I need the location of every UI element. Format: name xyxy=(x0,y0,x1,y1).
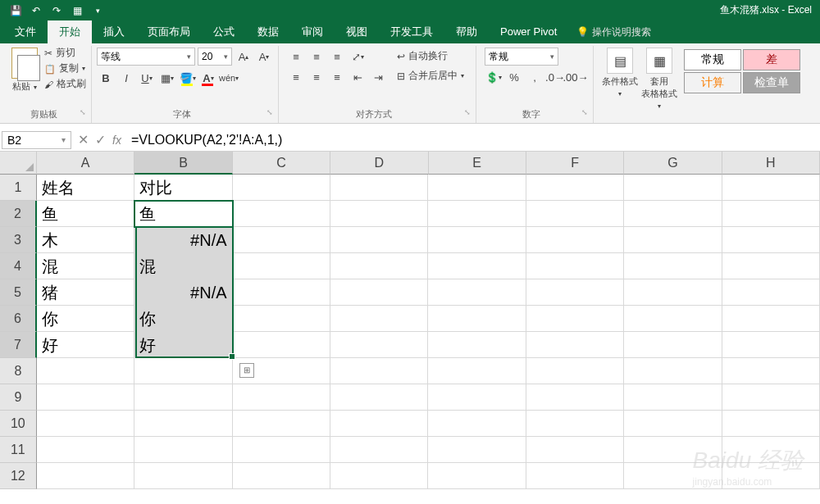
cell-A6[interactable]: 你 xyxy=(37,306,134,332)
cell-G4[interactable] xyxy=(624,253,722,279)
cell-E8[interactable] xyxy=(428,358,526,384)
cell-B2[interactable]: 鱼 xyxy=(134,201,232,227)
cell-G12[interactable] xyxy=(624,463,722,489)
tab-formulas[interactable]: 公式 xyxy=(202,20,246,43)
col-header-D[interactable]: D xyxy=(330,152,428,175)
phonetic-button[interactable]: wén▾ xyxy=(220,69,238,87)
merge-button[interactable]: ⊟合并后居中 ▾ xyxy=(394,67,467,84)
tell-me[interactable]: 💡 操作说明搜索 xyxy=(576,25,651,39)
cell-C2[interactable] xyxy=(233,201,330,227)
cell-E10[interactable] xyxy=(428,411,526,437)
cell-B1[interactable]: 对比 xyxy=(134,175,232,201)
cell-G3[interactable] xyxy=(624,227,722,253)
cell-G6[interactable] xyxy=(624,306,722,332)
cell-D8[interactable] xyxy=(330,358,428,384)
col-header-F[interactable]: F xyxy=(526,152,624,175)
cell-B11[interactable] xyxy=(134,437,232,463)
percent-icon[interactable]: % xyxy=(505,68,523,86)
cell-E3[interactable] xyxy=(428,227,526,253)
cell-H11[interactable] xyxy=(722,437,820,463)
col-header-H[interactable]: H xyxy=(722,152,820,175)
bold-button[interactable]: B xyxy=(97,69,115,87)
cell-C3[interactable] xyxy=(233,227,330,253)
cell-B5[interactable]: #N/A xyxy=(134,279,232,306)
grid[interactable]: A B C D E F G H 1姓名对比2鱼鱼3木#N/A4混混5猪#N/A6… xyxy=(0,152,820,489)
cell-H1[interactable] xyxy=(722,175,820,201)
cell-F6[interactable] xyxy=(526,306,624,332)
cell-C12[interactable] xyxy=(233,463,330,489)
cell-F8[interactable] xyxy=(526,358,624,384)
decrease-font-icon[interactable]: A▾ xyxy=(255,48,273,66)
cell-A8[interactable] xyxy=(37,358,134,384)
tab-pivot[interactable]: Power Pivot xyxy=(489,20,568,43)
cell-G5[interactable] xyxy=(624,279,722,306)
row-header-4[interactable]: 4 xyxy=(0,253,37,279)
fill-color-button[interactable]: 🪣▾ xyxy=(179,69,197,87)
cell-E11[interactable] xyxy=(428,437,526,463)
inc-decimal-icon[interactable]: .0→ xyxy=(546,68,564,86)
dec-decimal-icon[interactable]: .00→ xyxy=(567,68,585,86)
cell-G9[interactable] xyxy=(624,384,722,411)
name-box[interactable]: B2 xyxy=(2,131,71,149)
fx-icon[interactable]: fx xyxy=(112,134,128,147)
cell-A7[interactable]: 好 xyxy=(37,332,134,358)
col-header-E[interactable]: E xyxy=(429,152,526,175)
number-format-combo[interactable]: 常规 xyxy=(485,48,558,66)
cond-format-button[interactable]: ▤条件格式▾ xyxy=(602,48,638,110)
cell-D5[interactable] xyxy=(330,279,428,306)
comma-icon[interactable]: , xyxy=(526,68,544,86)
italic-button[interactable]: I xyxy=(117,69,135,87)
cell-E5[interactable] xyxy=(428,279,526,306)
border-button[interactable]: ▦▾ xyxy=(158,69,176,87)
quick-analysis-icon[interactable]: ⊞ xyxy=(239,363,254,378)
cell-D2[interactable] xyxy=(330,201,428,227)
row-header-7[interactable]: 7 xyxy=(0,332,37,358)
col-header-G[interactable]: G xyxy=(624,152,722,175)
increase-font-icon[interactable]: A▴ xyxy=(235,48,253,66)
cell-D3[interactable] xyxy=(330,227,428,253)
cell-C10[interactable] xyxy=(233,411,330,437)
cell-A12[interactable] xyxy=(37,463,134,489)
tab-data[interactable]: 数据 xyxy=(246,20,290,43)
style-bad[interactable]: 差 xyxy=(743,49,800,70)
style-calc[interactable]: 计算 xyxy=(684,72,741,93)
cell-D7[interactable] xyxy=(330,332,428,358)
cell-F1[interactable] xyxy=(526,175,624,201)
cell-E7[interactable] xyxy=(428,332,526,358)
currency-icon[interactable]: 💲▾ xyxy=(485,68,503,86)
cell-E4[interactable] xyxy=(428,253,526,279)
font-name-combo[interactable]: 等线 xyxy=(97,48,195,66)
cell-B6[interactable]: 你 xyxy=(134,306,232,332)
cell-F5[interactable] xyxy=(526,279,624,306)
cell-B3[interactable]: #N/A xyxy=(134,227,232,253)
cell-C11[interactable] xyxy=(233,437,330,463)
cell-F11[interactable] xyxy=(526,437,624,463)
row-header-9[interactable]: 9 xyxy=(0,384,37,411)
cell-G1[interactable] xyxy=(624,175,722,201)
cell-B7[interactable]: 好 xyxy=(134,332,232,358)
tab-dev[interactable]: 开发工具 xyxy=(379,20,444,43)
cell-H6[interactable] xyxy=(722,306,820,332)
cell-H12[interactable] xyxy=(722,463,820,489)
row-header-2[interactable]: 2 xyxy=(0,201,37,227)
align-middle-icon[interactable]: ≡ xyxy=(308,48,326,66)
cell-C5[interactable] xyxy=(233,279,330,306)
cell-F3[interactable] xyxy=(526,227,624,253)
cell-D4[interactable] xyxy=(330,253,428,279)
cell-G11[interactable] xyxy=(624,437,722,463)
cell-A1[interactable]: 姓名 xyxy=(37,175,134,201)
cell-H3[interactable] xyxy=(722,227,820,253)
cell-B12[interactable] xyxy=(134,463,232,489)
cell-C4[interactable] xyxy=(233,253,330,279)
cell-A4[interactable]: 混 xyxy=(37,253,134,279)
cell-C7[interactable] xyxy=(233,332,330,358)
font-color-button[interactable]: A▾ xyxy=(199,69,217,87)
cell-H4[interactable] xyxy=(722,253,820,279)
painter-button[interactable]: 格式刷 xyxy=(44,77,86,91)
tab-file[interactable]: 文件 xyxy=(3,20,48,43)
cell-G10[interactable] xyxy=(624,411,722,437)
align-right-icon[interactable]: ≡ xyxy=(328,68,346,86)
cell-D6[interactable] xyxy=(330,306,428,332)
cell-A5[interactable]: 猪 xyxy=(37,279,134,306)
confirm-formula-icon[interactable]: ✓ xyxy=(95,132,106,148)
